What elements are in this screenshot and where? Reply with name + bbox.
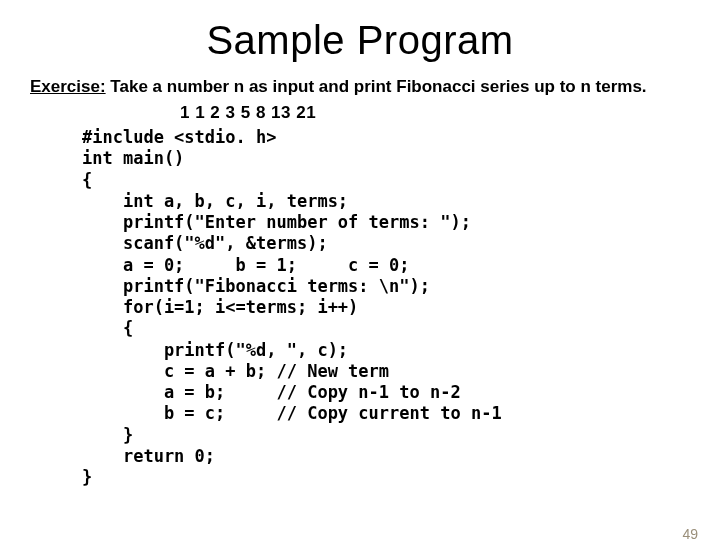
code-block: #include <stdio. h> int main() { int a, … [82, 127, 720, 488]
fibonacci-sequence: 1 1 2 3 5 8 13 21 [180, 103, 720, 123]
slide: Sample Program Exercise: Take a number n… [0, 18, 720, 540]
slide-title: Sample Program [0, 18, 720, 63]
exercise-text: Take a number n as input and print Fibon… [110, 77, 646, 96]
exercise-line: Exercise: Take a number n as input and p… [30, 77, 690, 97]
exercise-label: Exercise: [30, 77, 106, 96]
page-number: 49 [682, 526, 698, 540]
